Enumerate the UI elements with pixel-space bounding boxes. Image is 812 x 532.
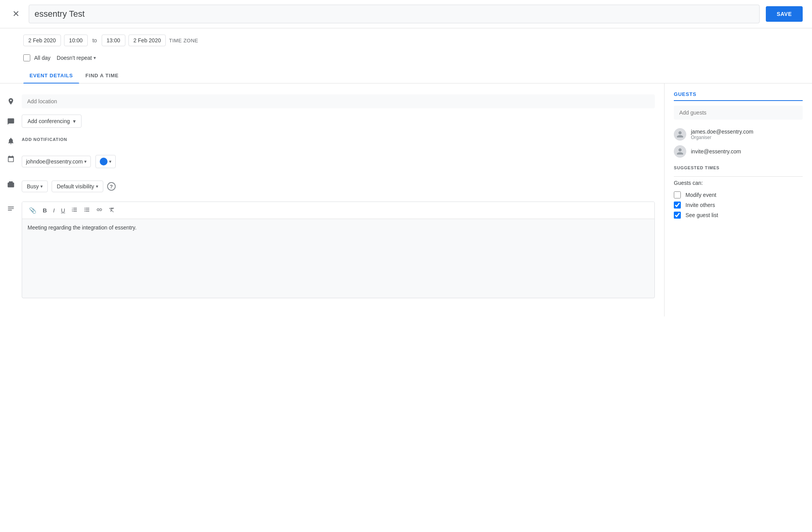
allday-row: All day Doesn't repeat ▾ — [0, 52, 812, 68]
allday-checkbox[interactable] — [23, 54, 30, 61]
italic-button[interactable]: I — [51, 205, 57, 215]
description-editor: 📎 B I U — [22, 202, 655, 298]
location-field — [22, 94, 655, 108]
status-chevron-icon: ▾ — [40, 184, 43, 189]
unordered-list-button[interactable] — [82, 205, 92, 216]
guests-list: james.doe@essentry.com Organiser invite@… — [674, 126, 803, 160]
start-time-chip[interactable]: 10:00 — [64, 35, 88, 46]
guest-email-0: james.doe@essentry.com — [691, 129, 753, 135]
permission-item-0: Modify event — [674, 190, 803, 200]
guest-item-1: invite@essentry.com — [674, 143, 803, 160]
status-row: Busy ▾ Default visibility ▾ ? — [0, 174, 664, 198]
guest-role-0: Organiser — [691, 135, 753, 140]
tab-event-details[interactable]: EVENT DETAILS — [23, 68, 79, 83]
end-date-chip[interactable]: 2 Feb 2020 — [128, 35, 166, 46]
guest-info-1: invite@essentry.com — [691, 148, 741, 155]
top-bar: ✕ SAVE — [0, 0, 812, 28]
permission-guestlist-checkbox[interactable] — [674, 212, 681, 219]
visibility-label: Default visibility — [57, 183, 94, 190]
status-dropdown[interactable]: Busy ▾ — [22, 181, 48, 192]
color-selector[interactable]: ▾ — [95, 155, 116, 168]
permission-guestlist-label: See guest list — [685, 212, 718, 218]
description-toolbar: 📎 B I U — [22, 202, 654, 219]
conferencing-button[interactable]: Add conferencing ▾ — [22, 115, 82, 128]
permission-modify-checkbox[interactable] — [674, 191, 681, 198]
visibility-dropdown[interactable]: Default visibility ▾ — [52, 181, 103, 192]
conferencing-chevron-icon: ▾ — [73, 118, 76, 124]
underline-button[interactable]: U — [59, 205, 68, 215]
repeat-dropdown[interactable]: Doesn't repeat ▾ — [54, 54, 98, 62]
location-input[interactable] — [22, 94, 655, 108]
description-row: 📎 B I U — [0, 198, 664, 301]
calendar-chevron-icon: ▾ — [84, 159, 87, 164]
tabs-row: EVENT DETAILS FIND A TIME — [0, 68, 812, 83]
end-time-chip[interactable]: 13:00 — [102, 35, 125, 46]
status-field: Busy ▾ Default visibility ▾ ? — [22, 177, 655, 195]
divider — [674, 176, 803, 177]
calendar-row: johndoe@essentry.com ▾ ▾ — [0, 149, 664, 174]
guests-title: GUESTS — [674, 91, 803, 101]
link-button[interactable] — [94, 205, 105, 216]
guest-email-1: invite@essentry.com — [691, 148, 741, 155]
close-button[interactable]: ✕ — [9, 7, 23, 21]
status-label: Busy — [27, 183, 39, 190]
description-textarea[interactable] — [22, 219, 654, 297]
bold-button[interactable]: B — [40, 205, 49, 215]
conferencing-label: Add conferencing — [28, 118, 70, 124]
calendar-color-dot — [100, 158, 108, 165]
status-icon — [6, 180, 16, 189]
guest-info-0: james.doe@essentry.com Organiser — [691, 129, 753, 140]
right-panel: GUESTS james.doe@essentry.com Organiser … — [665, 83, 812, 316]
visibility-chevron-icon: ▾ — [96, 184, 98, 189]
remove-format-button[interactable] — [106, 205, 117, 216]
repeat-chevron-icon: ▾ — [94, 55, 96, 61]
calendar-email: johndoe@essentry.com — [26, 158, 83, 165]
notification-field: ADD NOTIFICATION — [22, 134, 655, 143]
description-field: 📎 B I U — [22, 202, 655, 298]
permission-item-1: Invite others — [674, 200, 803, 210]
datetime-row: 2 Feb 2020 10:00 to 13:00 2 Feb 2020 TIM… — [0, 28, 812, 52]
calendar-select-field: johndoe@essentry.com ▾ ▾ — [22, 152, 655, 171]
conferencing-row: Add conferencing ▾ — [0, 111, 664, 131]
permission-item-2: See guest list — [674, 210, 803, 220]
help-icon[interactable]: ? — [107, 182, 116, 191]
repeat-label: Doesn't repeat — [57, 55, 92, 61]
conferencing-icon — [6, 117, 16, 126]
start-date-chip[interactable]: 2 Feb 2020 — [23, 35, 61, 46]
ordered-list-button[interactable] — [69, 205, 80, 216]
suggested-times-label: SUGGESTED TIMES — [674, 160, 803, 175]
notification-label: ADD NOTIFICATION — [22, 134, 655, 143]
save-button[interactable]: SAVE — [766, 6, 803, 22]
add-guests-input[interactable] — [674, 106, 803, 120]
permission-invite-checkbox[interactable] — [674, 202, 681, 209]
calendar-icon — [6, 154, 16, 163]
location-icon — [6, 97, 16, 106]
to-label: to — [91, 37, 99, 43]
guest-avatar-1 — [674, 145, 686, 158]
conferencing-field: Add conferencing ▾ — [22, 115, 655, 128]
calendar-select[interactable]: johndoe@essentry.com ▾ — [22, 156, 91, 167]
location-row — [0, 91, 664, 111]
notification-icon — [6, 136, 16, 146]
guest-avatar-0 — [674, 128, 686, 141]
tab-find-a-time[interactable]: FIND A TIME — [79, 68, 125, 83]
notification-row: ADD NOTIFICATION — [0, 131, 664, 149]
permission-invite-label: Invite others — [685, 202, 715, 208]
guests-can-label: Guests can: — [674, 180, 803, 186]
allday-label: All day — [34, 55, 50, 61]
description-icon — [6, 204, 16, 213]
permission-modify-label: Modify event — [685, 192, 716, 198]
permissions-list: Modify event Invite others See guest lis… — [674, 190, 803, 220]
left-panel: Add conferencing ▾ ADD NOTIFICATION — [0, 83, 665, 316]
event-title-input[interactable] — [29, 5, 760, 23]
attachment-button[interactable]: 📎 — [27, 205, 39, 216]
timezone-button[interactable]: TIME ZONE — [169, 38, 198, 43]
guest-item-0: james.doe@essentry.com Organiser — [674, 126, 803, 143]
main-layout: Add conferencing ▾ ADD NOTIFICATION — [0, 83, 812, 316]
color-chevron-icon: ▾ — [109, 159, 111, 164]
